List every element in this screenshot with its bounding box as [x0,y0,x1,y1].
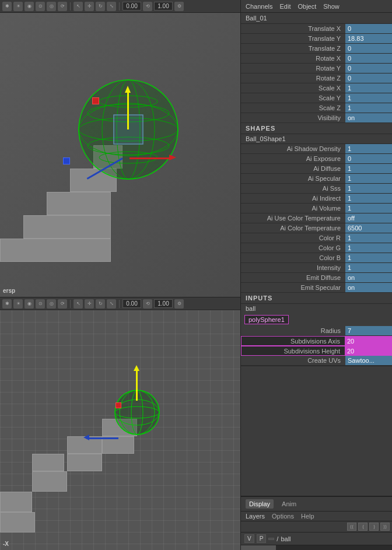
select-icon[interactable]: ↖ [74,2,83,11]
rotate-x-value[interactable]: 0 [345,54,392,63]
poly-sphere-label[interactable]: polySphere1 [244,315,289,324]
rotate-y-value[interactable]: 0 [345,64,392,73]
options-tab[interactable]: Options [272,513,294,520]
channel-scale-z[interactable]: Scale Z 1 [241,103,392,113]
b-select-icon[interactable]: ↖ [74,299,83,309]
icon-6[interactable]: ⟳ [58,2,67,11]
b-move-icon[interactable]: ✛ [85,299,94,309]
layers-tab[interactable]: Layers [246,513,265,520]
ai-exposure-value[interactable]: 0 [345,154,392,163]
channel-ai-diffuse[interactable]: Ai Diffuse 1 [241,164,392,174]
channel-ai-volume[interactable]: Ai Volume 1 [241,204,392,213]
ai-use-color-value[interactable]: off [345,213,392,223]
viewport-3d-top[interactable]: ersp [0,13,240,297]
nav-next-fast[interactable]: ⟩⟩ [380,523,390,531]
show-menu[interactable]: Show [323,3,340,10]
icon-1[interactable]: ✱ [2,2,12,11]
channel-color-g[interactable]: Color G 1 [241,243,392,253]
color-r-value[interactable]: 1 [345,233,392,243]
b-icon-1[interactable]: ✱ [2,299,12,309]
empty-btn-1[interactable] [268,538,274,540]
channel-emit-specular[interactable]: Emit Specular on [241,283,392,293]
b-icon-7[interactable]: ⟲ [143,299,152,309]
channel-color-b[interactable]: Color B 1 [241,253,392,263]
icon-5[interactable]: ◎ [47,2,56,11]
scale-icon[interactable]: ⤡ [107,2,116,11]
channel-ai-shadow[interactable]: Ai Shadow Density 1 [241,144,392,154]
visibility-value[interactable]: on [345,113,392,122]
b-icon-5[interactable]: ◎ [47,299,56,309]
icon-4[interactable]: ⊙ [36,2,45,11]
ai-specular-value[interactable]: 1 [345,174,392,183]
channel-translate-y[interactable]: Translate Y 18.83 [241,34,392,44]
channel-emit-diffuse[interactable]: Emit Diffuse on [241,273,392,283]
tab-display[interactable]: Display [246,499,274,509]
viewport-top[interactable]: ✱ ☀ ◉ ⊙ ◎ ⟳ ↖ ✛ ↻ ⤡ 0.00 ⟲ 1.00 ⚙ [0,0,240,297]
nav-prev-fast[interactable]: ⟨⟨ [347,523,356,531]
b-icon-6[interactable]: ⟳ [58,299,67,309]
translate-z-value[interactable]: 0 [345,44,392,53]
translate-x-value[interactable]: 0 [345,24,392,33]
channel-ai-color-temp[interactable]: Ai Color Temperature 6500 [241,223,392,233]
help-tab[interactable]: Help [301,513,314,520]
move-icon[interactable]: ✛ [85,2,94,11]
b-scale-icon[interactable]: ⤡ [107,299,116,309]
channel-rotate-z[interactable]: Rotate Z 0 [241,73,392,83]
tab-anim[interactable]: Anim [278,499,300,509]
channel-ai-specular[interactable]: Ai Specular 1 [241,174,392,184]
channel-create-uvs[interactable]: Create UVs Sawtoo... [241,356,392,366]
p-button[interactable]: P [257,534,267,543]
ai-diffuse-value[interactable]: 1 [345,164,392,173]
scale-y-value[interactable]: 1 [345,93,392,103]
channel-ai-sss[interactable]: Ai Sss 1 [241,184,392,194]
channel-color-r[interactable]: Color R 1 [241,233,392,243]
b-icon-3[interactable]: ◉ [24,299,34,309]
channel-subdivisions-height[interactable]: Subdivisions Height 20 [241,346,392,356]
b-rotate-icon[interactable]: ↻ [96,299,105,309]
v-button[interactable]: V [244,534,254,543]
channel-rotate-x[interactable]: Rotate X 0 [241,54,392,64]
nav-next[interactable]: ⟩ [369,523,379,531]
channel-ai-indirect[interactable]: Ai Indirect 1 [241,194,392,204]
channel-scale-y[interactable]: Scale Y 1 [241,93,392,103]
channel-subdivisions-axis[interactable]: Subdivisions Axis 20 [241,336,392,346]
horizontal-scrollbar[interactable] [241,545,392,550]
ai-sss-value[interactable]: 1 [345,184,392,193]
channel-visibility[interactable]: Visibility on [241,113,392,123]
channel-translate-z[interactable]: Translate Z 0 [241,44,392,54]
b-icon-4[interactable]: ⊙ [36,299,45,309]
scale-z-value[interactable]: 1 [345,103,392,113]
viewport-3d-bottom[interactable]: -X [0,310,240,550]
channel-scale-x[interactable]: Scale X 1 [241,83,392,93]
translate-y-value[interactable]: 18.83 [345,34,392,43]
channel-translate-x[interactable]: Translate X 0 [241,24,392,34]
emit-specular-value[interactable]: on [345,283,392,292]
object-menu[interactable]: Object [298,3,316,10]
color-b-value[interactable]: 1 [345,253,392,262]
scrollbar-thumb[interactable] [241,545,276,550]
channel-radius[interactable]: Radius 7 [241,326,392,336]
channel-intensity[interactable]: Intensity 1 [241,263,392,273]
radius-value[interactable]: 7 [345,326,392,335]
intensity-value[interactable]: 1 [345,263,392,272]
color-g-value[interactable]: 1 [345,243,392,253]
channels-menu[interactable]: Channels [246,3,272,10]
b-icon-8[interactable]: ⚙ [174,299,184,309]
ai-volume-value[interactable]: 1 [345,204,392,213]
ai-color-temp-value[interactable]: 6500 [345,223,392,233]
icon-7[interactable]: ⟲ [143,2,152,11]
channel-ai-use-color-temp[interactable]: Ai Use Color Temperature off [241,213,392,223]
emit-diffuse-value[interactable]: on [345,273,392,282]
rotate-z-value[interactable]: 0 [345,73,392,83]
icon-2[interactable]: ☀ [13,2,23,11]
scale-x-value[interactable]: 1 [345,83,392,93]
nav-prev[interactable]: ⟨ [358,523,368,531]
channel-rotate-y[interactable]: Rotate Y 0 [241,64,392,73]
icon-8[interactable]: ⚙ [174,2,184,11]
rotate-icon[interactable]: ↻ [96,2,105,11]
subdivisions-height-value[interactable]: 20 [345,346,391,355]
ai-indirect-value[interactable]: 1 [345,194,392,203]
edit-menu[interactable]: Edit [279,3,290,10]
viewport-bottom[interactable]: ✱ ☀ ◉ ⊙ ◎ ⟳ ↖ ✛ ↻ ⤡ 0.00 ⟲ 1.00 ⚙ [0,297,240,550]
b-icon-2[interactable]: ☀ [13,299,23,309]
